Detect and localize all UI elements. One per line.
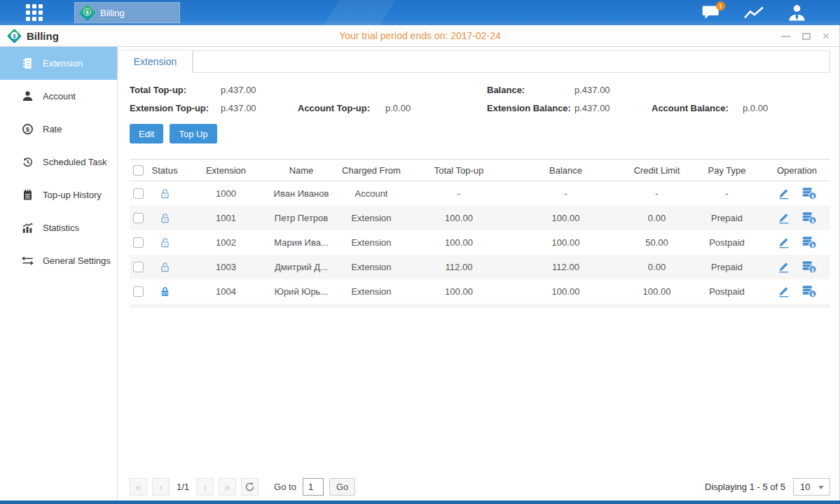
row-checkbox[interactable]: [133, 286, 144, 297]
billing-app-tab[interactable]: $ Billing: [74, 2, 180, 23]
sidebar-item-rate[interactable]: $Rate: [0, 113, 117, 146]
row-checkbox[interactable]: [133, 262, 144, 272]
title-bar: $ Billing Your trial period ends on: 201…: [0, 25, 840, 47]
last-page-button[interactable]: »: [219, 478, 236, 496]
sidebar-item-scheduled-task[interactable]: Scheduled Task: [0, 146, 117, 178]
cell-total-topup: 100.00: [410, 279, 508, 304]
cell-name: Иван Иванов: [270, 181, 333, 206]
extension-balance-label: Extension Balance:: [487, 103, 574, 113]
coin-icon: $: [22, 123, 34, 135]
billing-diamond-icon: $: [78, 4, 95, 21]
cell-extension: 1003: [182, 255, 270, 279]
sidebar-item-statistics[interactable]: Statistics: [0, 211, 117, 244]
edit-icon[interactable]: [777, 260, 790, 273]
col-header-pay-type: Pay Type: [690, 160, 764, 181]
row-checkbox[interactable]: [133, 188, 144, 199]
balance-label: Balance:: [487, 85, 574, 95]
extensions-table: StatusExtensionNameCharged FromTotal Top…: [130, 159, 830, 308]
table-header-row: StatusExtensionNameCharged FromTotal Top…: [130, 160, 830, 181]
pagination-bar: « ‹ 1/1 › » Go to Go Displaying 1 - 5 of…: [130, 477, 830, 496]
maximize-button[interactable]: [802, 33, 811, 40]
app-grid-icon[interactable]: [26, 4, 43, 21]
cell-total-topup: 100.00: [410, 206, 508, 230]
col-header-extension: Extension: [182, 160, 270, 181]
top-up-icon[interactable]: $: [802, 260, 817, 274]
account-topup-label: Account Top-up:: [298, 103, 385, 113]
col-header-credit-limit: Credit Limit: [624, 160, 690, 181]
col-header-balance: Balance: [508, 160, 624, 181]
cell-credit-limit: 0.00: [624, 206, 690, 230]
select-all-checkbox[interactable]: [133, 165, 144, 176]
page-indicator: 1/1: [177, 482, 189, 492]
caret-down-icon: [818, 486, 824, 489]
close-button[interactable]: ×: [822, 30, 829, 42]
col-header-name: Name: [270, 160, 333, 181]
main-panel: Extension Total Top-up: p.437.00 Balance…: [118, 47, 840, 500]
sidebar-item-general-settings[interactable]: General Settings: [0, 244, 117, 277]
go-button[interactable]: Go: [329, 478, 355, 496]
row-checkbox[interactable]: [133, 213, 144, 223]
cell-pay-type: Postpaid: [690, 279, 764, 304]
top-up-icon[interactable]: $: [802, 285, 817, 298]
extension-row-1004: 1004Юрий Юрь...Extension100.00100.00100.…: [130, 279, 830, 304]
cell-extension: 1001: [182, 206, 270, 230]
account-balance-label: Account Balance:: [652, 103, 743, 113]
prev-page-button[interactable]: ‹: [152, 478, 170, 496]
minimize-button[interactable]: [781, 36, 790, 37]
edit-icon[interactable]: [777, 236, 790, 248]
extension-topup-value: p.437.00: [221, 103, 298, 113]
edit-button[interactable]: Edit: [130, 124, 163, 144]
refresh-button[interactable]: [241, 478, 259, 496]
sidebar-item-top-up-history[interactable]: Top-up History: [0, 178, 117, 211]
sidebar-item-label: Statistics: [43, 223, 79, 233]
cell-pay-type: Prepaid: [690, 206, 764, 230]
cell-name: Юрий Юрь...: [270, 279, 333, 304]
sidebar-item-account[interactable]: Account: [0, 80, 117, 113]
top-up-icon[interactable]: $: [802, 236, 817, 249]
first-page-button[interactable]: «: [130, 478, 147, 496]
cell-charged-from: Extension: [333, 255, 410, 279]
window-title: Billing: [27, 30, 59, 42]
user-account-icon[interactable]: [787, 4, 806, 22]
goto-page-input[interactable]: [303, 478, 324, 496]
top-up-button[interactable]: Top Up: [170, 124, 216, 144]
edit-icon[interactable]: [777, 187, 790, 200]
sidebar-item-extension[interactable]: Extension: [0, 47, 117, 80]
next-page-button[interactable]: ›: [196, 478, 214, 496]
cell-credit-limit: 0.00: [624, 255, 690, 279]
col-header-charged-from: Charged From: [333, 160, 410, 181]
reports-chart-icon[interactable]: [743, 5, 764, 21]
svg-text:$: $: [26, 125, 30, 133]
top-up-icon[interactable]: $: [802, 187, 817, 200]
tab-extension[interactable]: Extension: [118, 50, 193, 73]
cell-balance: 100.00: [508, 230, 624, 255]
page-size-select[interactable]: 10: [793, 478, 830, 496]
unlock-icon: [159, 212, 171, 224]
messages-icon[interactable]: !: [702, 5, 720, 20]
account-topup-value: p.0.00: [385, 103, 487, 113]
cell-credit-limit: 50.00: [624, 230, 690, 255]
col-header-select: [130, 160, 147, 181]
top-up-icon[interactable]: $: [802, 211, 817, 225]
cell-total-topup: 112.00: [410, 255, 508, 279]
total-topup-value: p.437.00: [221, 85, 298, 95]
ledger-icon: [22, 57, 34, 69]
cell-charged-from: Extension: [333, 230, 410, 255]
cell-extension: 1000: [182, 181, 270, 206]
cell-balance: -: [508, 181, 624, 206]
sidebar-item-label: Top-up History: [43, 190, 102, 200]
extension-topup-label: Extension Top-up:: [130, 103, 221, 113]
unlock-icon: [159, 261, 171, 273]
edit-icon[interactable]: [777, 285, 790, 298]
cell-extension: 1002: [182, 230, 270, 255]
lock-icon: [159, 286, 171, 298]
cell-charged-from: Account: [333, 181, 410, 206]
cell-balance: 100.00: [508, 279, 624, 304]
extension-row-1000: 1000Иван ИвановAccount----$: [130, 181, 830, 206]
table-endcap: [130, 304, 830, 308]
row-checkbox[interactable]: [133, 237, 144, 248]
billing-app-tab-label: Billing: [100, 8, 125, 18]
edit-icon[interactable]: [777, 211, 790, 224]
billing-logo-icon: $: [7, 28, 22, 43]
sidebar-item-label: Extension: [43, 58, 83, 69]
